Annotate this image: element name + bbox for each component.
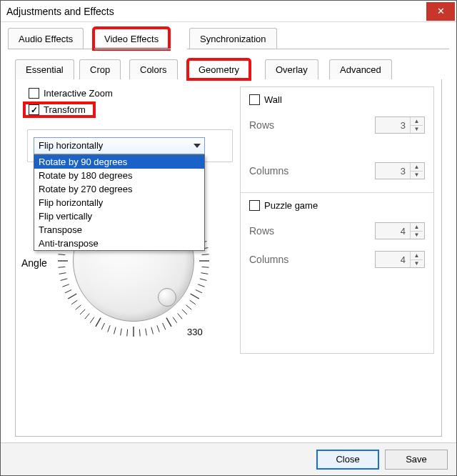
dropdown-option[interactable]: Rotate by 90 degrees	[34, 155, 204, 169]
transform-groupbox: Flip horizontally Rotate by 90 degrees R…	[27, 129, 233, 162]
puzzle-row[interactable]: Puzzle game	[249, 200, 425, 211]
adjustments-window: Adjustments and Effects ✕ Audio Effects …	[0, 0, 457, 476]
dial-handle-icon[interactable]	[158, 288, 176, 307]
svg-line-39	[121, 329, 122, 336]
svg-line-53	[59, 273, 66, 274]
svg-line-28	[182, 309, 187, 314]
wall-row[interactable]: Wall	[249, 94, 425, 105]
svg-line-45	[85, 314, 89, 319]
puzzle-label: Puzzle game	[264, 200, 318, 211]
svg-line-20	[202, 267, 209, 267]
svg-line-43	[96, 318, 101, 327]
svg-line-56	[58, 254, 65, 255]
svg-line-36	[139, 329, 140, 337]
dropdown-option[interactable]: Flip horizontally	[34, 196, 204, 209]
close-button[interactable]: Close	[316, 450, 379, 470]
dialog-footer: Close Save	[1, 442, 456, 475]
save-button[interactable]: Save	[385, 450, 448, 470]
subtab-crop[interactable]: Crop	[79, 59, 121, 79]
transform-checkbox[interactable]	[29, 104, 39, 115]
tab-synchronization[interactable]: Synchronization	[189, 28, 277, 49]
spin-down-icon[interactable]: ▼	[411, 172, 423, 179]
wall-cols-spinner[interactable]: ▲ ▼	[375, 162, 425, 179]
window-title: Adjustments and Effects	[6, 6, 114, 17]
transform-dropdown[interactable]: Flip horizontally Rotate by 90 degrees R…	[34, 137, 205, 154]
interactive-zoom-label: Interactive Zoom	[44, 88, 113, 99]
svg-line-54	[58, 267, 65, 267]
svg-line-30	[173, 317, 177, 323]
spin-up-icon[interactable]: ▲	[411, 163, 423, 172]
puzzle-checkbox[interactable]	[249, 200, 260, 211]
svg-line-50	[65, 290, 71, 293]
wall-rows-label: Rows	[249, 119, 274, 131]
puzzle-rows-input[interactable]	[376, 223, 410, 239]
svg-line-35	[146, 329, 147, 336]
wall-rows-spinner[interactable]: ▲ ▼	[375, 116, 425, 134]
svg-line-24	[196, 290, 202, 293]
spin-down-icon[interactable]: ▼	[411, 260, 423, 268]
spin-down-icon[interactable]: ▼	[411, 232, 423, 239]
svg-line-42	[101, 323, 104, 329]
subtab-advanced[interactable]: Advanced	[329, 59, 392, 79]
svg-line-52	[61, 279, 68, 281]
wall-rows-input[interactable]	[376, 117, 410, 133]
wall-cols-row: Columns ▲ ▼	[249, 162, 425, 179]
svg-line-34	[151, 327, 154, 334]
svg-line-32	[163, 323, 166, 329]
spin-up-icon[interactable]: ▲	[411, 223, 423, 232]
svg-line-29	[178, 314, 182, 319]
puzzle-cols-row: Columns ▲ ▼	[249, 251, 425, 268]
dropdown-option[interactable]: Transpose	[34, 223, 204, 237]
geometry-panel: Interactive Zoom Transform Flip horizont…	[15, 79, 442, 437]
subtab-geometry[interactable]: Geometry	[188, 59, 250, 79]
sub-tab-bar: Essential Crop Colors Geometry Overlay A…	[15, 59, 442, 79]
svg-line-48	[71, 300, 77, 304]
spin-down-icon[interactable]: ▼	[411, 126, 423, 134]
puzzle-rows-label: Rows	[249, 225, 274, 237]
transform-row[interactable]: Transform	[24, 103, 94, 116]
svg-line-40	[114, 327, 116, 334]
svg-line-31	[166, 318, 171, 327]
puzzle-rows-row: Rows ▲ ▼	[249, 222, 425, 239]
puzzle-rows-spinner[interactable]: ▲ ▼	[375, 222, 425, 239]
dropdown-option[interactable]: Flip vertically	[34, 209, 204, 223]
puzzle-cols-input[interactable]	[376, 252, 410, 267]
svg-line-27	[186, 305, 192, 309]
transform-dropdown-list[interactable]: Rotate by 90 degrees Rotate by 180 degre…	[34, 154, 205, 251]
interactive-zoom-checkbox[interactable]	[29, 88, 39, 99]
close-icon: ✕	[437, 6, 445, 16]
svg-line-51	[62, 284, 69, 287]
wall-cols-label: Columns	[249, 165, 288, 177]
spin-up-icon[interactable]: ▲	[411, 117, 423, 126]
spin-up-icon[interactable]: ▲	[411, 252, 423, 260]
window-body: Audio Effects Video Effects Synchronizat…	[1, 22, 456, 442]
svg-line-47	[76, 305, 81, 309]
svg-line-21	[201, 273, 209, 274]
subtab-colors[interactable]: Colors	[129, 59, 178, 79]
dropdown-option[interactable]: Rotate by 180 degrees	[34, 169, 204, 182]
svg-line-33	[157, 325, 159, 332]
tab-video-effects[interactable]: Video Effects	[94, 28, 169, 49]
wall-label: Wall	[264, 94, 282, 105]
window-close-button[interactable]: ✕	[426, 2, 455, 21]
angle-label: Angle	[21, 257, 47, 269]
tab-audio-effects[interactable]: Audio Effects	[8, 28, 84, 49]
wall-rows-row: Rows ▲ ▼	[249, 116, 425, 134]
wall-checkbox[interactable]	[249, 94, 260, 105]
chevron-down-icon[interactable]	[190, 138, 204, 154]
titlebar: Adjustments and Effects ✕	[1, 1, 456, 22]
main-tab-bar: Audio Effects Video Effects Synchronizat…	[8, 28, 449, 49]
dropdown-option[interactable]: Anti-transpose	[34, 237, 204, 250]
subtab-essential[interactable]: Essential	[15, 59, 74, 79]
left-column: Interactive Zoom Transform Flip horizont…	[23, 86, 237, 354]
svg-line-41	[108, 325, 110, 332]
subtab-overlay[interactable]: Overlay	[265, 59, 318, 79]
svg-line-49	[68, 294, 76, 299]
interactive-zoom-row[interactable]: Interactive Zoom	[29, 88, 237, 99]
wall-cols-input[interactable]	[376, 163, 410, 179]
svg-line-26	[190, 300, 196, 304]
svg-line-22	[200, 279, 207, 281]
puzzle-cols-spinner[interactable]: ▲ ▼	[375, 251, 425, 268]
right-column: Wall Rows ▲ ▼ Columns	[240, 86, 434, 354]
dropdown-option[interactable]: Rotate by 270 degrees	[34, 182, 204, 196]
